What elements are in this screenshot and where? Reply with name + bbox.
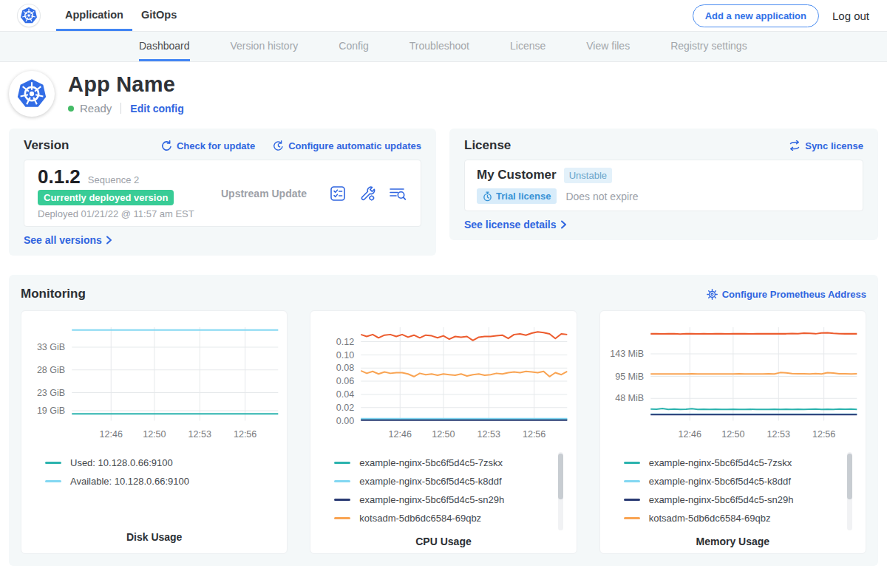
legend-label: example-nginx-5bc6f5d4c5-k8ddf [359, 476, 501, 487]
svg-text:12:53: 12:53 [188, 429, 211, 440]
legend-label: example-nginx-5bc6f5d4c5-k8ddf [649, 476, 791, 487]
legend-swatch [334, 517, 350, 519]
add-application-button[interactable]: Add a new application [693, 4, 819, 27]
legend-item: Used: 10.128.0.66:9100 [45, 457, 282, 469]
logout-link[interactable]: Log out [832, 10, 869, 22]
customer-name: My Customer [477, 168, 557, 182]
subnav-item-troubleshoot[interactable]: Troubleshoot [409, 32, 469, 61]
subnav-item-license[interactable]: License [510, 32, 546, 61]
memory-usage-chart-card: 143 MiB95 MiB48 MiB12:4612:5012:5312:56 … [599, 310, 866, 554]
license-card: License Sync license My Customer Unstabl… [449, 129, 878, 240]
legend-label: kotsadm-5db6dc6584-69qbz [359, 513, 481, 524]
sync-license-link[interactable]: Sync license [789, 140, 863, 151]
config-tools-icon[interactable] [358, 185, 376, 202]
channel-badge: Unstable [564, 168, 612, 183]
legend-scrollbar-thumb[interactable] [847, 454, 852, 499]
legend-swatch [624, 462, 640, 464]
disk-usage-chart-card: 33 GiB28 GiB23 GiB19 GiB12:4612:5012:531… [21, 310, 288, 554]
svg-text:0.08: 0.08 [336, 363, 354, 373]
tab-gitops[interactable]: GitOps [132, 0, 186, 31]
configure-prometheus-link[interactable]: Configure Prometheus Address [707, 289, 866, 300]
kubernetes-logo[interactable] [18, 4, 40, 27]
legend-label: Used: 10.128.0.66:9100 [70, 457, 173, 468]
check-for-update-label: Check for update [177, 140, 255, 151]
legend-item: example-nginx-5bc6f5d4c5-7zskx [334, 457, 571, 469]
svg-text:12:50: 12:50 [721, 429, 744, 440]
legend-item: kotsadm-5db6dc6584-69qbz [624, 513, 861, 524]
svg-text:12:50: 12:50 [432, 429, 455, 440]
version-sequence: Sequence 2 [88, 174, 139, 185]
svg-text:19 GiB: 19 GiB [37, 406, 65, 416]
status-dot [68, 106, 74, 112]
cpu-usage-legend: example-nginx-5bc6f5d4c5-7zskxexample-ng… [315, 448, 571, 531]
charts-row: 33 GiB28 GiB23 GiB19 GiB12:4612:5012:531… [21, 310, 866, 554]
legend-item: example-nginx-5bc6f5d4c5-k8ddf [624, 476, 861, 488]
svg-text:12:46: 12:46 [389, 429, 412, 440]
svg-text:33 GiB: 33 GiB [37, 342, 65, 352]
svg-text:12:53: 12:53 [478, 429, 500, 440]
svg-text:12:53: 12:53 [767, 429, 789, 440]
legend-item: example-nginx-5bc6f5d4c5-7zskx [624, 457, 861, 469]
license-expiry: Does not expire [565, 191, 638, 202]
subnav-item-config[interactable]: Config [339, 32, 368, 61]
legend-swatch [334, 462, 350, 464]
deployed-timestamp: Deployed 01/21/22 @ 11:57 am EST [38, 209, 208, 219]
subnav-item-version-history[interactable]: Version history [231, 32, 299, 61]
legend-label: Available: 10.128.0.66:9100 [70, 476, 189, 487]
svg-text:12:46: 12:46 [100, 429, 123, 440]
legend-swatch [334, 480, 350, 482]
monitoring-card: Monitoring Configure Prometheus Address [9, 275, 878, 566]
chart-canvas: 143 MiB95 MiB48 MiB12:4612:5012:5312:56 [605, 320, 861, 445]
tab-application[interactable]: Application [56, 0, 132, 31]
cpu-usage-title: CPU Usage [315, 531, 571, 547]
refresh-icon [161, 140, 172, 151]
app-sub-nav: Dashboard Version history Config Trouble… [0, 31, 887, 62]
legend-swatch [45, 462, 61, 464]
chevron-right-icon [560, 220, 567, 229]
legend-swatch [624, 499, 640, 501]
top-nav-right: Add a new application Log out [693, 4, 869, 27]
svg-text:95 MiB: 95 MiB [615, 372, 644, 382]
chevron-right-icon [106, 236, 112, 245]
divider [120, 103, 121, 114]
top-nav: Application GitOps Add a new application… [0, 0, 887, 31]
disk-usage-chart: 33 GiB28 GiB23 GiB19 GiB12:4612:5012:531… [26, 320, 282, 448]
cpu-usage-chart: 0.120.100.080.060.040.020.0012:4612:5012… [315, 320, 571, 448]
legend-scrollbar[interactable] [558, 452, 563, 530]
summary-cards-row: Version Check for update Configure au [0, 129, 887, 256]
app-status-row: Ready Edit config [68, 102, 184, 114]
see-all-versions-link[interactable]: See all versions [24, 234, 112, 246]
disk-usage-legend: Used: 10.128.0.66:9100Available: 10.128.… [26, 448, 282, 527]
subnav-item-dashboard[interactable]: Dashboard [139, 32, 190, 61]
license-card-header: License Sync license [464, 137, 863, 154]
preflight-checks-icon[interactable] [329, 185, 347, 202]
legend-item: Available: 10.128.0.66:9100 [45, 476, 282, 488]
subnav-item-registry-settings[interactable]: Registry settings [670, 32, 747, 61]
kubernetes-app-icon [16, 78, 47, 109]
legend-swatch [45, 480, 61, 482]
memory-usage-title: Memory Usage [605, 531, 861, 547]
legend-scrollbar[interactable] [847, 452, 852, 530]
version-card-header: Version Check for update Configure au [24, 137, 421, 154]
subnav-item-view-files[interactable]: View files [586, 32, 630, 61]
configure-automatic-updates-label: Configure automatic updates [288, 140, 421, 151]
check-for-update-link[interactable]: Check for update [161, 140, 255, 151]
svg-text:0.06: 0.06 [336, 376, 354, 386]
configure-prometheus-label: Configure Prometheus Address [722, 289, 866, 300]
svg-text:0.02: 0.02 [336, 403, 354, 413]
legend-label: example-nginx-5bc6f5d4c5-7zskx [649, 457, 792, 468]
configure-automatic-updates-link[interactable]: Configure automatic updates [273, 140, 421, 151]
see-license-details-link[interactable]: See license details [464, 219, 567, 230]
monitoring-header: Monitoring Configure Prometheus Address [21, 287, 866, 301]
legend-scrollbar-thumb[interactable] [558, 454, 563, 499]
edit-config-link[interactable]: Edit config [130, 103, 183, 114]
version-number: 0.1.2 [38, 167, 81, 186]
deploy-logs-icon[interactable] [388, 185, 407, 202]
svg-text:12:56: 12:56 [523, 429, 546, 440]
svg-text:28 GiB: 28 GiB [37, 365, 65, 375]
svg-text:12:50: 12:50 [143, 429, 166, 440]
svg-text:12:56: 12:56 [234, 429, 256, 440]
license-card-title: License [464, 138, 511, 153]
disk-usage-title: Disk Usage [26, 527, 282, 543]
legend-item: example-nginx-5bc6f5d4c5-sn29h [624, 494, 861, 506]
